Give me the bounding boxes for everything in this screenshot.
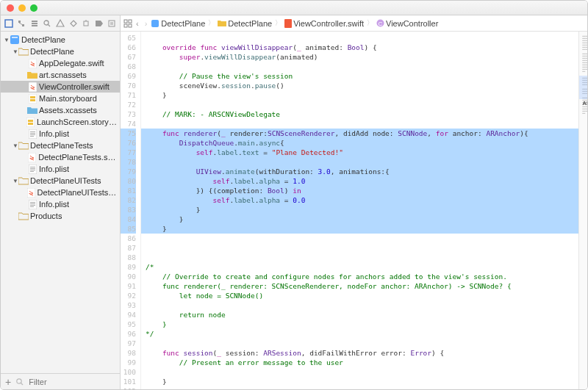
jump-bar[interactable]: ‹ › DetectPlane 〉 DetectPlane 〉 ViewCont…: [121, 15, 588, 32]
line-number[interactable]: 71: [121, 90, 136, 100]
line-number[interactable]: 70: [121, 81, 136, 90]
disclosure-triangle-icon[interactable]: ▼: [12, 48, 18, 55]
close-window-button[interactable]: [7, 4, 14, 12]
line-number[interactable]: 75: [121, 129, 136, 138]
code-line[interactable]: // Present an error message to the user: [141, 358, 578, 367]
code-line[interactable]: [141, 386, 578, 389]
code-line[interactable]: }) {(completion: Bool) in: [141, 186, 578, 195]
tree-item[interactable]: art.scnassets: [1, 69, 120, 81]
source-control-navigator-icon[interactable]: [17, 18, 27, 29]
line-number[interactable]: 100: [121, 367, 136, 377]
code-line[interactable]: [141, 119, 578, 129]
code-line[interactable]: }: [141, 377, 578, 386]
line-number[interactable]: 72: [121, 100, 136, 109]
line-number[interactable]: 96: [121, 329, 136, 339]
line-number[interactable]: 80: [121, 176, 136, 186]
tree-item[interactable]: Assets.xcassets: [1, 104, 120, 116]
code-line[interactable]: }: [141, 205, 578, 214]
tree-item[interactable]: Info.plist: [1, 198, 120, 210]
breadcrumb-project[interactable]: DetectPlane: [151, 19, 205, 28]
tree-item[interactable]: ▼DetectPlane: [1, 34, 120, 46]
tree-item[interactable]: ▼DetectPlane: [1, 46, 120, 57]
line-number[interactable]: 101: [121, 377, 136, 386]
code-line[interactable]: let node = SCNNode(): [141, 291, 578, 300]
code-line[interactable]: /*: [141, 262, 578, 272]
code-line[interactable]: }: [141, 319, 578, 329]
back-button[interactable]: ‹: [134, 19, 141, 28]
report-navigator-icon[interactable]: [107, 18, 118, 29]
line-number[interactable]: 87: [121, 243, 136, 253]
code-line[interactable]: [141, 300, 578, 310]
disclosure-triangle-icon[interactable]: ▼: [4, 37, 10, 43]
code-line[interactable]: // Override to create and configure node…: [141, 272, 578, 281]
disclosure-triangle-icon[interactable]: ▼: [12, 142, 18, 149]
project-navigator-icon[interactable]: [4, 18, 14, 29]
tree-item[interactable]: Info.plist: [1, 163, 120, 175]
line-number[interactable]: 93: [121, 300, 136, 310]
line-number[interactable]: 94: [121, 310, 136, 319]
line-number[interactable]: 85: [121, 224, 136, 234]
line-number[interactable]: 95: [121, 319, 136, 329]
minimap-viewport[interactable]: [579, 76, 588, 99]
line-number[interactable]: 98: [121, 348, 136, 358]
issue-navigator-icon[interactable]: [55, 18, 65, 29]
tree-item[interactable]: DetectPlaneUITests.swift: [1, 187, 120, 198]
line-number[interactable]: 68: [121, 62, 136, 71]
code-line[interactable]: [141, 367, 578, 377]
line-number[interactable]: 89: [121, 262, 136, 272]
line-number[interactable]: 67: [121, 52, 136, 62]
line-number[interactable]: 92: [121, 291, 136, 300]
line-number[interactable]: 82: [121, 195, 136, 205]
line-number[interactable]: 88: [121, 253, 136, 262]
breadcrumb-symbol[interactable]: CViewController: [376, 19, 438, 28]
line-number[interactable]: 99: [121, 358, 136, 367]
tree-item[interactable]: Info.plist: [1, 128, 120, 140]
code-line[interactable]: [141, 157, 578, 167]
line-number[interactable]: 81: [121, 186, 136, 195]
code-area[interactable]: override func viewWillDisappear(_ animat…: [141, 32, 578, 389]
code-line[interactable]: [141, 33, 578, 43]
code-line[interactable]: [141, 243, 578, 253]
line-number[interactable]: 91: [121, 281, 136, 291]
code-line[interactable]: }: [141, 90, 578, 100]
code-line[interactable]: UIView.animate(withDuration: 3.0, animat…: [141, 167, 578, 176]
breadcrumb-group[interactable]: DetectPlane: [218, 19, 272, 28]
code-line[interactable]: return node: [141, 310, 578, 319]
line-number[interactable]: 73: [121, 109, 136, 119]
file-tree[interactable]: ▼DetectPlane▼DetectPlaneAppDelegate.swif…: [1, 32, 120, 373]
tree-item[interactable]: ▼DetectPlaneTests: [1, 140, 120, 151]
zoom-window-button[interactable]: [30, 4, 37, 12]
related-items-icon[interactable]: [123, 19, 132, 28]
find-navigator-icon[interactable]: [43, 18, 53, 29]
line-number[interactable]: 76: [121, 138, 136, 148]
line-number[interactable]: 69: [121, 71, 136, 81]
code-line[interactable]: DispatchQueue.main.async{: [141, 138, 578, 148]
code-line[interactable]: func renderer(_ renderer: SCNSceneRender…: [141, 281, 578, 291]
debug-navigator-icon[interactable]: [81, 18, 91, 29]
tree-item[interactable]: AppDelegate.swift: [1, 57, 120, 69]
tree-item[interactable]: Products: [1, 210, 120, 222]
code-line[interactable]: self.label.alpha = 1.0: [141, 176, 578, 186]
line-number[interactable]: 66: [121, 43, 136, 52]
breakpoint-navigator-icon[interactable]: [94, 18, 104, 29]
code-line[interactable]: [141, 100, 578, 109]
code-line[interactable]: [141, 234, 578, 243]
code-line[interactable]: */: [141, 329, 578, 339]
minimap[interactable]: ARSCNViewDelegate ▬▬▬▬▬▬▬▬▬▬▬▬▬▬▬▬▬▬▬▬▬▬…: [578, 32, 588, 389]
line-number[interactable]: 79: [121, 167, 136, 176]
disclosure-triangle-icon[interactable]: ▼: [12, 178, 18, 184]
tree-item[interactable]: ViewController.swift: [1, 81, 120, 93]
code-line[interactable]: }: [141, 214, 578, 224]
code-line[interactable]: self.label.alpha = 0.0: [141, 195, 578, 205]
code-line[interactable]: }: [141, 224, 578, 234]
code-line[interactable]: func session(_ session: ARSession, didFa…: [141, 348, 578, 358]
code-line[interactable]: override func viewWillDisappear(_ animat…: [141, 43, 578, 52]
line-number[interactable]: 83: [121, 205, 136, 214]
code-line[interactable]: sceneView.session.pause(): [141, 81, 578, 90]
symbol-navigator-icon[interactable]: [29, 18, 40, 29]
code-line[interactable]: [141, 253, 578, 262]
line-number[interactable]: 78: [121, 157, 136, 167]
line-number[interactable]: 102: [121, 386, 136, 389]
source-editor[interactable]: 6566676869707172737475767778798081828384…: [121, 32, 588, 389]
code-line[interactable]: [141, 339, 578, 348]
